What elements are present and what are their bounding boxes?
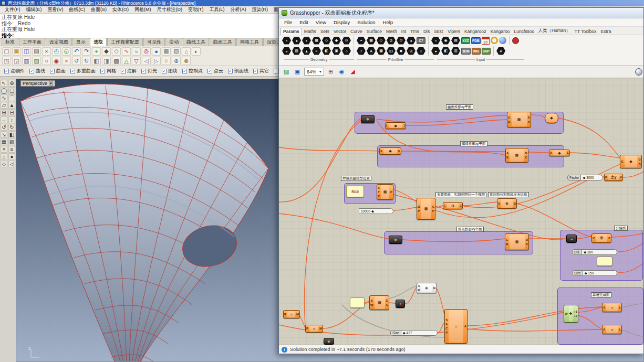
wave-icon[interactable]: ≈ xyxy=(132,47,141,56)
cut-icon[interactable]: × xyxy=(42,47,51,56)
separator[interactable] xyxy=(493,46,494,56)
checkbox-icon[interactable] xyxy=(4,69,9,73)
gh-node[interactable]: R ≡ M xyxy=(305,325,323,333)
rotate-ccw-icon[interactable]: ↺ xyxy=(72,57,81,65)
node-input-ports[interactable]: S W xyxy=(370,296,374,310)
vertical-move-icon[interactable]: ↕ xyxy=(8,116,15,123)
input-gradient-icon[interactable]: ▤ xyxy=(451,37,460,45)
node-output-ports[interactable]: B xyxy=(433,283,436,293)
gem-icon[interactable]: ◇ xyxy=(112,47,121,56)
half-r-icon[interactable]: ◨ xyxy=(102,57,111,65)
gh-group-label[interactable]: 角点投影xy平面 xyxy=(456,227,484,232)
tab-viewport-layout[interactable]: 工作视窗配置 xyxy=(107,38,143,46)
save-document-icon[interactable]: ▣ xyxy=(293,68,302,76)
preview-sphere-icon[interactable] xyxy=(635,68,642,76)
gh-tab-surface[interactable]: Surface xyxy=(365,28,384,35)
rotate-cw-icon[interactable]: ↻ xyxy=(82,57,91,65)
geometry-plane-icon[interactable]: ▣ xyxy=(332,47,341,55)
node-body[interactable]: ✚ xyxy=(569,306,573,322)
node-body[interactable]: ◆ xyxy=(625,156,638,167)
gh-tab-vipers[interactable]: Vipers xyxy=(445,28,462,35)
node-body[interactable]: ▦ xyxy=(510,149,524,162)
node-output-ports[interactable]: V xyxy=(619,174,622,180)
rotate-icon[interactable]: ↺ xyxy=(1,124,7,131)
surface-tool-icon[interactable]: ⊞ xyxy=(1,109,7,116)
input-list-icon[interactable]: ▥ xyxy=(451,47,460,55)
gh-slider[interactable]: Size ◆ 150 xyxy=(572,270,617,276)
primitive-colour-icon[interactable]: ● xyxy=(407,37,416,45)
separator[interactable] xyxy=(354,36,354,45)
gh-param[interactable]: 7 xyxy=(396,300,405,308)
tab-mesh-tools[interactable]: 网格工具 xyxy=(236,38,263,46)
filter-points[interactable]: 点物件 xyxy=(4,68,25,74)
tab-transform[interactable]: 变动 xyxy=(165,38,182,46)
tri-up-icon[interactable]: △ xyxy=(122,57,131,65)
gh-param[interactable]: ◆ xyxy=(389,236,402,244)
dot-icon[interactable]: ◉ xyxy=(52,57,61,65)
input-calendar-icon[interactable]: 20 xyxy=(482,37,490,45)
chevron-down-icon[interactable]: ▾ xyxy=(49,81,53,86)
node-input-ports[interactable]: L xyxy=(386,123,389,129)
gh-tab-kangaroo[interactable]: Kangaroo xyxy=(489,28,512,35)
gh-slider[interactable]: Size ◆ 417 xyxy=(390,330,438,336)
filter-blocks[interactable]: 图块 xyxy=(162,68,178,74)
filter-curves[interactable]: 曲线 xyxy=(29,68,45,74)
paintbrush-icon[interactable]: ◢ xyxy=(349,68,357,76)
input-ring-icon[interactable] xyxy=(491,37,498,44)
menu-view[interactable]: 查看(V) xyxy=(45,6,66,14)
gh-node[interactable]: L ◆ 1 xyxy=(385,122,406,129)
primitive-matrix2-icon[interactable]: ▦ xyxy=(377,47,386,55)
node-input-ports[interactable]: B P xyxy=(417,198,420,219)
node-input-ports[interactable]: G B xyxy=(505,234,509,250)
node-input-ports[interactable]: X Y Z xyxy=(377,185,380,199)
gh-tab-vector[interactable]: Vector xyxy=(331,28,348,35)
node-output-ports[interactable]: G X xyxy=(638,155,641,168)
node-input-ports[interactable]: X xyxy=(380,148,383,154)
menu-solid[interactable]: 实体(O) xyxy=(110,6,131,14)
menu-file[interactable]: 文件(F) xyxy=(2,6,23,14)
paste-icon[interactable]: ◵ xyxy=(62,47,71,56)
node-input-ports[interactable]: R xyxy=(306,325,309,332)
gh-group-label[interactable]: 幕墙完成面 xyxy=(591,292,611,297)
node-body[interactable]: ◆ xyxy=(362,116,373,122)
node-output-ports[interactable]: E xyxy=(398,148,401,154)
viewport-tab[interactable]: Perspective ▾ xyxy=(20,80,55,87)
filter-meshes[interactable]: 网格 xyxy=(100,68,116,74)
node-body[interactable]: ◆ xyxy=(546,114,557,122)
gh-node[interactable]: X ⊕ B xyxy=(497,198,517,209)
gh-node[interactable]: A B ▦ G C xyxy=(505,148,528,163)
gh-tab-maths[interactable]: Maths xyxy=(302,28,318,35)
node-input-ports[interactable]: A xyxy=(603,325,606,334)
node-body[interactable]: ◆ xyxy=(325,339,333,344)
gh-node[interactable]: R ≡ M xyxy=(283,310,300,318)
curve-icon[interactable]: ∿ xyxy=(122,47,131,56)
checkbox-icon[interactable] xyxy=(29,69,34,73)
separator[interactable] xyxy=(428,36,429,45)
cplane-icon[interactable]: ⌂ xyxy=(1,153,7,160)
gh-node[interactable]: ≡ D ≡ xyxy=(443,202,463,209)
tri-left-icon[interactable]: ◁ xyxy=(142,57,151,65)
separator[interactable] xyxy=(354,46,354,56)
plane-tool-icon[interactable]: ⊟ xyxy=(8,109,15,116)
gh-menu-solution[interactable]: Solution xyxy=(354,19,378,26)
tab-display[interactable]: 显示 xyxy=(72,38,89,46)
node-output-ports[interactable]: M xyxy=(319,325,323,332)
node-body[interactable]: ▦ xyxy=(510,235,525,249)
node-output-ports[interactable]: M xyxy=(296,311,299,318)
node-body[interactable]: R/10 xyxy=(347,187,363,196)
input-img-badge[interactable]: IMG xyxy=(472,48,481,55)
zoom-control[interactable]: 64% ▾ xyxy=(304,68,324,76)
cone-tool-icon[interactable]: ▲ xyxy=(8,102,15,109)
gh-slider[interactable]: Factor ◆ 3000 xyxy=(567,175,603,180)
gh-node[interactable]: X ◆ E xyxy=(549,150,570,156)
gh-node[interactable]: S A C P ≡ A xyxy=(444,309,468,344)
dense-grid-icon[interactable]: ▩ xyxy=(112,57,121,65)
input-toggle-icon[interactable]: ◧ xyxy=(441,47,450,55)
tri-right-icon[interactable]: ▷ xyxy=(152,57,161,65)
rows-icon[interactable]: ▥ xyxy=(22,57,31,65)
filter-hatches[interactable]: 剖面线 xyxy=(228,68,248,74)
node-body[interactable]: ◆ xyxy=(390,237,401,243)
node-input-ports[interactable]: S A C P xyxy=(445,310,448,343)
input-knob-icon[interactable]: ◉ xyxy=(441,37,450,45)
checkbox-icon[interactable] xyxy=(228,69,233,73)
